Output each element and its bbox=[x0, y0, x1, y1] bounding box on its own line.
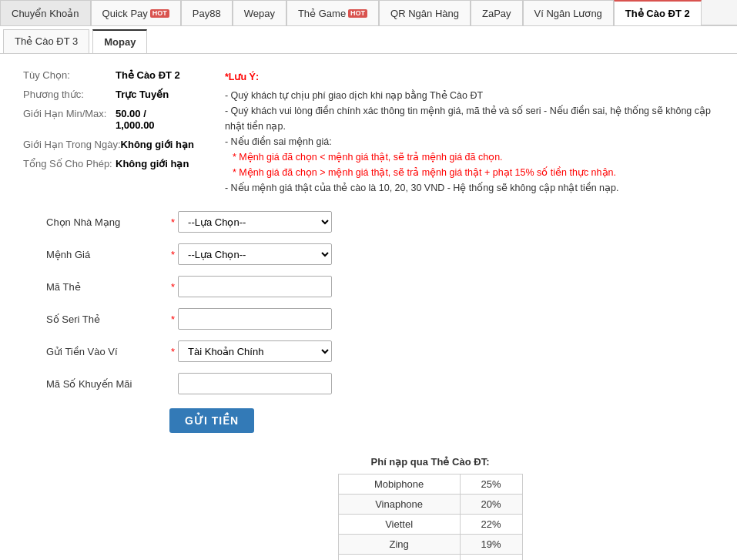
label-gioi-han-ngay: Giới Hạn Trong Ngày: bbox=[23, 139, 121, 150]
label-ma-the: Mã Thẻ bbox=[46, 281, 169, 293]
tab-mopay[interactable]: Mopay bbox=[92, 29, 147, 53]
notice-line-6: - Nếu mệnh giá thật của thẻ cào là 10, 2… bbox=[225, 180, 714, 196]
submit-row: GỬI TIỀN bbox=[46, 405, 714, 433]
value-tong-so: Không giới hạn bbox=[116, 158, 189, 169]
hot-badge-the-game: HOT bbox=[348, 9, 367, 18]
fee-table-title: Phí nạp qua Thẻ Cào ĐT: bbox=[146, 456, 714, 468]
label-gui-tien: Gửi Tiền Vào Ví bbox=[46, 346, 169, 357]
fee-percent: 22% bbox=[460, 515, 522, 535]
label-khuyen-mai: Mã Số Khuyến Mãi bbox=[46, 378, 169, 390]
value-tuy-chon: Thẻ Cào ĐT 2 bbox=[116, 69, 180, 81]
value-gioi-han-ngay: Không giới hạn bbox=[121, 139, 194, 150]
tab-vi-ngan-luong[interactable]: Ví Ngân Lương bbox=[523, 0, 614, 25]
required-ma-the: * bbox=[171, 281, 175, 293]
fee-percent: 19% bbox=[460, 535, 522, 555]
form-row-khuyen-mai: Mã Số Khuyến Mãi * bbox=[46, 373, 714, 394]
tab-wepay[interactable]: Wepay bbox=[233, 0, 286, 25]
info-row-tong-so: Tổng Số Cho Phép: Không giới hạn bbox=[23, 158, 194, 169]
info-block: Tùy Chọn: Thẻ Cào ĐT 2 Phương thức: Trực… bbox=[23, 69, 714, 196]
hot-badge-quick-pay: HOT bbox=[150, 9, 169, 18]
tab-pay88[interactable]: Pay88 bbox=[181, 0, 233, 25]
notice-line-3: - Nếu điền sai mệnh giá: bbox=[225, 134, 714, 149]
main-content: Tùy Chọn: Thẻ Cào ĐT 2 Phương thức: Trực… bbox=[0, 54, 737, 560]
label-phuong-thuc: Phương thức: bbox=[23, 89, 116, 100]
form-row-menh-gia: Mệnh Giá * --Lựa Chọn-- 10,000 20,000 50… bbox=[46, 243, 714, 265]
fee-percent: 25% bbox=[460, 474, 522, 495]
form-row-nha-mang: Chọn Nhà Mạng * --Lựa Chọn-- Mobiphone V… bbox=[46, 211, 714, 233]
info-row-gioi-han-min-max: Giới Hạn Min/Max: 50.00 /1,000.00 bbox=[23, 108, 194, 131]
info-row-phuong-thuc: Phương thức: Trực Tuyến bbox=[23, 89, 194, 100]
notice-line-4: * Mệnh giá đã chọn < mệnh giá thật, sẽ t… bbox=[225, 149, 714, 165]
tab-qr-ngan-hang[interactable]: QR Ngân Hàng bbox=[379, 0, 471, 25]
fee-table: Mobiphone25%Vinaphone20%Viettel22%Zing19… bbox=[338, 474, 523, 560]
tab-the-cao-dt2[interactable]: Thẻ Cào ĐT 2 bbox=[614, 0, 702, 25]
info-row-tuy-chon: Tùy Chọn: Thẻ Cào ĐT 2 bbox=[23, 69, 194, 81]
value-phuong-thuc: Trực Tuyến bbox=[116, 89, 169, 100]
input-ma-the[interactable] bbox=[178, 276, 332, 297]
top-navigation: Chuyển Khoản Quick Pay HOT Pay88 Wepay T… bbox=[0, 0, 737, 26]
form-row-gui-tien: Gửi Tiền Vào Ví * Tài Khoản Chính bbox=[46, 340, 714, 362]
fee-table-row: Zing19% bbox=[338, 535, 522, 555]
label-tuy-chon: Tùy Chọn: bbox=[23, 69, 116, 81]
notice-title: *Lưu Ý: bbox=[225, 69, 714, 85]
select-menh-gia[interactable]: --Lựa Chọn-- 10,000 20,000 50,000 100,00… bbox=[178, 243, 332, 265]
select-gui-tien[interactable]: Tài Khoản Chính bbox=[178, 340, 332, 362]
fee-network: Viettel bbox=[338, 515, 460, 535]
notice-line-2: - Quý khách vui lòng điền chính xác thôn… bbox=[225, 103, 714, 134]
select-nha-mang[interactable]: --Lựa Chọn-- Mobiphone Vinaphone Viettel… bbox=[178, 211, 332, 233]
notice-line-1: - Quý khách tự chịu phí giao dịch khi nạ… bbox=[225, 88, 714, 103]
sub-navigation: Thẻ Cào ĐT 3 Mopay bbox=[0, 26, 737, 54]
fee-table-row: Mobiphone25% bbox=[338, 474, 522, 495]
notice-line-5: * Mệnh giá đã chọn > mệnh giá thật, sẽ t… bbox=[225, 165, 714, 180]
info-left: Tùy Chọn: Thẻ Cào ĐT 2 Phương thức: Trực… bbox=[23, 69, 194, 196]
label-nha-mang: Chọn Nhà Mạng bbox=[46, 216, 169, 228]
submit-button[interactable]: GỬI TIỀN bbox=[169, 408, 254, 433]
fee-table-row: Vinaphone20% bbox=[338, 495, 522, 515]
required-so-seri: * bbox=[171, 314, 175, 325]
deposit-form: Chọn Nhà Mạng * --Lựa Chọn-- Mobiphone V… bbox=[46, 211, 714, 433]
info-row-gioi-han-ngay: Giới Hạn Trong Ngày: Không giới hạn bbox=[23, 139, 194, 150]
tab-the-cao-dt3[interactable]: Thẻ Cào ĐT 3 bbox=[3, 29, 89, 53]
notice-block: *Lưu Ý: - Quý khách tự chịu phí giao dịc… bbox=[225, 69, 714, 196]
fee-network: Vinaphone bbox=[338, 495, 460, 515]
fee-network: Zing bbox=[338, 535, 460, 555]
fee-section: Phí nạp qua Thẻ Cào ĐT: Mobiphone25%Vina… bbox=[146, 456, 714, 560]
tab-the-game[interactable]: Thẻ Game HOT bbox=[286, 0, 379, 25]
form-row-ma-the: Mã Thẻ * bbox=[46, 276, 714, 297]
fee-percent: 21% bbox=[460, 555, 522, 561]
label-menh-gia: Mệnh Giá bbox=[46, 249, 169, 260]
fee-table-row: Vietnamobile21% bbox=[338, 555, 522, 561]
fee-network: Vietnamobile bbox=[338, 555, 460, 561]
label-gioi-han-min-max: Giới Hạn Min/Max: bbox=[23, 108, 116, 131]
tab-chuyen-khoan[interactable]: Chuyển Khoản bbox=[0, 0, 91, 25]
input-khuyen-mai[interactable] bbox=[178, 373, 332, 394]
input-so-seri[interactable] bbox=[178, 308, 332, 330]
required-nha-mang: * bbox=[171, 216, 175, 228]
value-gioi-han-min-max: 50.00 /1,000.00 bbox=[116, 108, 155, 131]
tab-quick-pay[interactable]: Quick Pay HOT bbox=[91, 0, 181, 25]
form-row-so-seri: Số Seri Thẻ * bbox=[46, 308, 714, 330]
fee-network: Mobiphone bbox=[338, 474, 460, 495]
required-menh-gia: * bbox=[171, 249, 175, 260]
label-so-seri: Số Seri Thẻ bbox=[46, 314, 169, 325]
label-tong-so: Tổng Số Cho Phép: bbox=[23, 158, 116, 169]
tab-zapay[interactable]: ZaPay bbox=[471, 0, 523, 25]
required-gui-tien: * bbox=[171, 346, 175, 357]
fee-percent: 20% bbox=[460, 495, 522, 515]
fee-table-row: Viettel22% bbox=[338, 515, 522, 535]
